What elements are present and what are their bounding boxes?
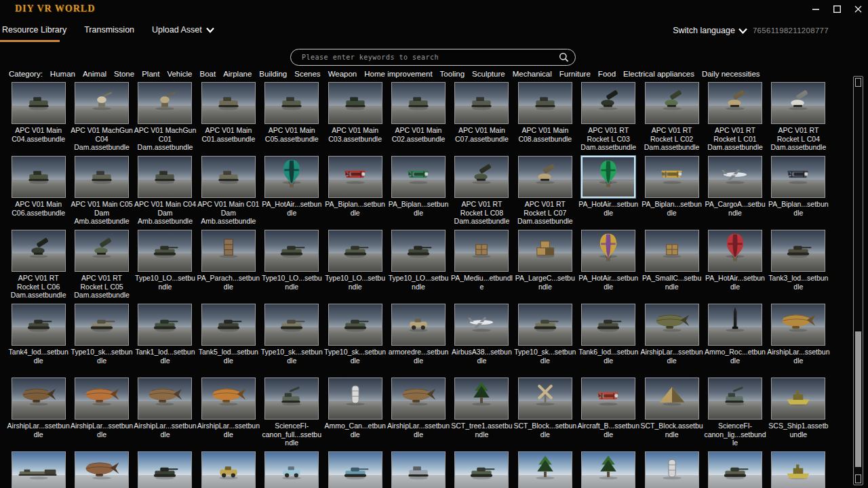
asset-card[interactable]: AirbusA38...setbundle (450, 304, 513, 378)
asset-thumbnail[interactable] (328, 82, 382, 124)
asset-thumbnail[interactable] (518, 230, 572, 272)
asset-thumbnail[interactable] (328, 378, 382, 420)
category-item[interactable]: Tooling (440, 70, 465, 78)
tab-upload-asset[interactable]: Upload Asset (152, 25, 215, 35)
asset-thumbnail[interactable] (12, 82, 66, 124)
asset-thumbnail[interactable] (518, 82, 572, 124)
asset-card[interactable]: APC V01 RT Rocket L C04 Dam.assetbundle (767, 82, 830, 156)
asset-card[interactable]: APC V01 RT Rocket L C05 Dam.assetbundle (70, 230, 133, 304)
asset-card[interactable] (134, 451, 197, 488)
asset-thumbnail[interactable] (391, 378, 446, 420)
asset-thumbnail[interactable] (645, 230, 699, 272)
asset-thumbnail[interactable] (771, 304, 825, 346)
asset-card[interactable]: SCS_Ship1.assetbundle (767, 378, 830, 451)
category-item[interactable]: Weapon (328, 70, 357, 78)
asset-card[interactable]: PA_SmallC...setbundle (640, 230, 703, 304)
category-item[interactable]: Electrical appliances (623, 70, 694, 78)
asset-card[interactable]: SCT_Block...setbundle (513, 378, 576, 451)
asset-thumbnail[interactable] (645, 451, 699, 488)
asset-thumbnail[interactable] (264, 230, 319, 272)
asset-card[interactable]: Aircraft_B...ssetbundle (577, 378, 640, 451)
asset-thumbnail[interactable] (581, 451, 635, 488)
asset-thumbnail[interactable] (264, 156, 319, 198)
asset-thumbnail[interactable] (75, 156, 129, 198)
asset-card[interactable]: APC V01 Main C05 Dam Amb.assetbundle (70, 156, 133, 230)
category-item[interactable]: Sculpture (472, 70, 505, 78)
asset-thumbnail[interactable] (201, 82, 256, 124)
asset-card[interactable]: PA_Biplan...setbundle (387, 156, 450, 230)
asset-card[interactable]: AirshipLar...ssetbundle (70, 378, 133, 451)
asset-thumbnail[interactable] (581, 156, 635, 198)
asset-thumbnail[interactable] (454, 304, 509, 346)
asset-card[interactable]: AirshipLar...ssetbundle (134, 378, 197, 451)
asset-card[interactable]: APC V01 Main C01 Dam Amb.assetbundle (197, 156, 260, 230)
close-button[interactable] (853, 4, 863, 14)
category-item[interactable]: Mechanical (513, 70, 552, 78)
asset-thumbnail[interactable] (264, 304, 319, 346)
asset-card[interactable]: APC V01 MachGun C01 Dam.assetbundle (134, 82, 197, 156)
asset-card[interactable]: APC V01 MachGun C04 Dam.assetbundle (70, 82, 133, 156)
asset-thumbnail[interactable] (328, 304, 382, 346)
minimize-button[interactable] (811, 4, 821, 14)
asset-thumbnail[interactable] (645, 156, 699, 198)
asset-card[interactable]: Type10_LO...setbundle (323, 230, 387, 304)
scrollbar-down-button[interactable] (855, 474, 861, 483)
asset-thumbnail[interactable] (328, 451, 382, 488)
asset-thumbnail[interactable] (454, 230, 509, 272)
asset-card[interactable]: ScienceFI- canon_lig...setbundle (703, 378, 766, 451)
asset-thumbnail[interactable] (328, 230, 382, 272)
asset-thumbnail[interactable] (771, 82, 825, 124)
asset-card[interactable] (323, 451, 387, 488)
asset-thumbnail[interactable] (12, 304, 66, 346)
asset-thumbnail[interactable] (518, 156, 572, 198)
asset-card[interactable]: SCT_tree1.assetbundle (450, 378, 513, 451)
tab-transmission[interactable]: Transmission (84, 25, 134, 35)
category-item[interactable]: Human (50, 70, 75, 78)
asset-card[interactable]: APC V01 RT Rocket L C02 Dam.assetbundle (640, 82, 703, 156)
asset-card[interactable]: AirshipLar...ssetbundle (387, 378, 450, 451)
asset-thumbnail[interactable] (75, 82, 129, 124)
search-input[interactable] (300, 53, 559, 62)
asset-thumbnail[interactable] (264, 82, 319, 124)
asset-thumbnail[interactable] (771, 156, 825, 198)
asset-card[interactable] (387, 451, 450, 488)
asset-card[interactable]: Tank3_lod...setbundle (767, 230, 830, 304)
asset-thumbnail[interactable] (645, 82, 699, 124)
category-item[interactable]: Animal (83, 70, 106, 78)
category-item[interactable]: Boat (199, 70, 216, 78)
asset-thumbnail[interactable] (391, 156, 446, 198)
asset-card[interactable]: PA_CargoA...setbundle (703, 156, 766, 230)
switch-language-dropdown[interactable]: Switch language (673, 26, 748, 35)
asset-thumbnail[interactable] (264, 451, 319, 488)
asset-card[interactable]: APC V01 Main C06.assetbundle (7, 156, 70, 230)
asset-card[interactable]: Type10_sk...setbundle (70, 304, 133, 378)
asset-card[interactable] (767, 451, 830, 488)
asset-card[interactable]: Tank4_lod...setbundle (7, 304, 70, 378)
asset-card[interactable]: APC V01 Main C08.assetbundle (513, 82, 576, 156)
asset-thumbnail[interactable] (75, 304, 129, 346)
asset-thumbnail[interactable] (391, 304, 446, 346)
asset-thumbnail[interactable] (518, 304, 572, 346)
scrollbar-thumb[interactable] (855, 78, 861, 87)
asset-thumbnail[interactable] (75, 451, 129, 488)
asset-thumbnail[interactable] (201, 156, 256, 198)
asset-card[interactable] (70, 451, 133, 488)
asset-card[interactable]: Tank1_lod...setbundle (134, 304, 197, 378)
asset-card[interactable]: Type10_LO...setbundle (387, 230, 450, 304)
asset-card[interactable] (450, 451, 513, 488)
asset-thumbnail[interactable] (708, 451, 762, 488)
asset-thumbnail[interactable] (645, 378, 699, 420)
asset-thumbnail[interactable] (264, 378, 319, 420)
category-item[interactable]: Food (598, 70, 616, 78)
asset-card[interactable]: SCT_Block.assetbundle (640, 378, 703, 451)
asset-card[interactable]: PA_LargeC...setbundle (513, 230, 576, 304)
asset-card[interactable]: APC V01 Main C05.assetbundle (260, 82, 323, 156)
asset-card[interactable]: APC V01 RT Rocket L C07 Dam.assetbundle (513, 156, 576, 230)
asset-thumbnail[interactable] (138, 451, 192, 488)
asset-thumbnail[interactable] (454, 82, 509, 124)
asset-card[interactable]: APC V01 Main C07.assetbundle (450, 82, 513, 156)
category-item[interactable]: Plant (142, 70, 159, 78)
asset-thumbnail[interactable] (391, 230, 446, 272)
asset-card[interactable]: Type10_sk...setbundle (513, 304, 576, 378)
asset-thumbnail[interactable] (454, 378, 509, 420)
